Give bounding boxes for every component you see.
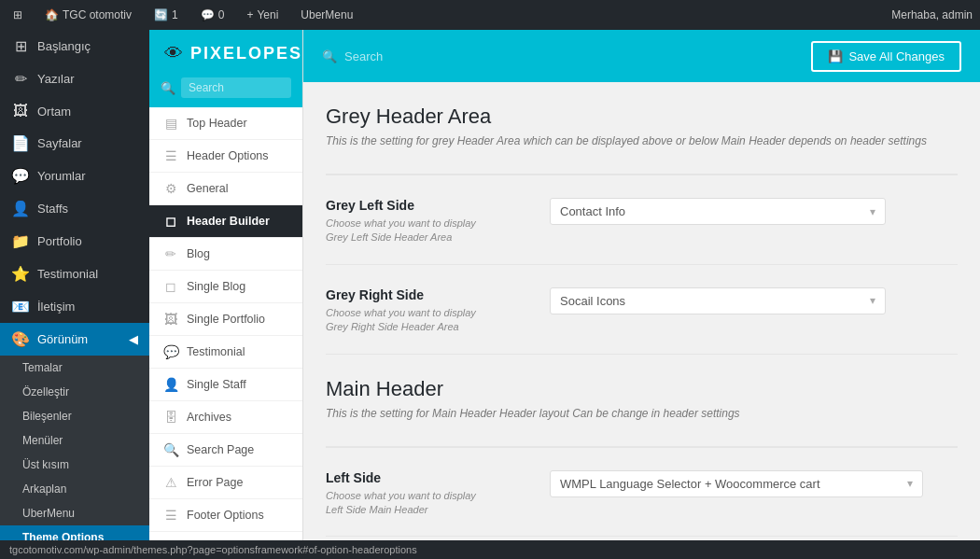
sidebar-item-testimonial[interactable]: ⭐ Testimonial bbox=[0, 258, 149, 290]
sidebar-item-baslangiç[interactable]: ⊞ Başlangıç bbox=[0, 30, 149, 63]
updates-icon: 🔄 bbox=[154, 8, 168, 21]
theme-logo-icon: 👁 bbox=[164, 43, 183, 64]
save-icon: 💾 bbox=[828, 49, 843, 63]
sidebar-item-ubermenu[interactable]: UberMenu bbox=[0, 501, 149, 525]
theme-menu-label: Top Header bbox=[187, 117, 247, 130]
grey-left-side-hint2: Grey Left Side Header Area bbox=[326, 231, 531, 245]
left-side-row: Left Side Choose what you want to displa… bbox=[326, 470, 958, 538]
grey-left-side-select-value: Contact Info bbox=[560, 204, 625, 218]
grey-left-side-chevron-icon: ▾ bbox=[870, 205, 875, 218]
header-search-label: Search bbox=[344, 49, 383, 63]
sidebar-label: Testimonial bbox=[37, 267, 98, 281]
left-side-hint1: Choose what you want to display bbox=[326, 489, 531, 503]
theme-menu-blog[interactable]: ✏ Blog bbox=[149, 238, 302, 271]
updates-button[interactable]: 🔄 1 bbox=[148, 0, 184, 30]
main-header-section-desc: This is the setting for Main Header Head… bbox=[326, 407, 958, 420]
theme-menu-footer-options[interactable]: ☰ Footer Options bbox=[149, 499, 302, 532]
sidebar-label: Yorumlar bbox=[37, 169, 86, 183]
theme-search-input[interactable] bbox=[181, 77, 291, 98]
theme-menu-header-builder[interactable]: ◻ Header Builder bbox=[149, 205, 302, 238]
grey-right-side-hint1: Choose what you want to display bbox=[326, 306, 531, 320]
grey-left-side-control: Contact Info ▾ bbox=[550, 198, 958, 225]
sidebar-item-portfolio[interactable]: 📁 Portfolio bbox=[0, 225, 149, 258]
sidebar-item-iletisim[interactable]: 📧 İletişim bbox=[0, 290, 149, 323]
ubermenu-button[interactable]: UberMenu bbox=[295, 0, 358, 30]
left-side-label-area: Left Side Choose what you want to displa… bbox=[326, 470, 550, 518]
sidebar-item-ortam[interactable]: 🖼 Ortam bbox=[0, 95, 149, 127]
left-side-hint2: Left Side Main Header bbox=[326, 503, 531, 517]
header-search-icon: 🔍 bbox=[322, 49, 337, 63]
left-side-select[interactable]: WMPL Language Selector + Woocommerce car… bbox=[550, 470, 923, 497]
theme-menu-general[interactable]: ⚙ General bbox=[149, 173, 302, 205]
updates-count: 1 bbox=[172, 8, 178, 21]
blog-icon: ✏ bbox=[162, 246, 179, 261]
theme-menu-header-options[interactable]: ☰ Header Options bbox=[149, 140, 302, 173]
ubermenu-label: UberMenu bbox=[301, 8, 353, 21]
sidebar-item-yorumlar[interactable]: 💬 Yorumlar bbox=[0, 160, 149, 192]
grey-right-side-select[interactable]: Socail Icons ▾ bbox=[550, 287, 886, 314]
theme-menu-testimonial[interactable]: 💬 Testimonial bbox=[149, 336, 302, 369]
theme-menu-label: Single Staff bbox=[187, 378, 246, 391]
sidebar-item-menuler[interactable]: Menüler bbox=[0, 428, 149, 453]
portfolio-icon: 📁 bbox=[11, 232, 30, 250]
theme-menu-label: Footer Options bbox=[187, 509, 264, 522]
sidebar-item-ust-kisim[interactable]: Üst kısım bbox=[0, 453, 149, 477]
site-name-button[interactable]: 🏠 TGC otomotiv bbox=[39, 0, 137, 30]
site-name-label: TGC otomotiv bbox=[63, 8, 132, 21]
sidebar-item-yazilar[interactable]: ✏ Yazılar bbox=[0, 63, 149, 95]
theme-menu-error-page[interactable]: ⚠ Error Page bbox=[149, 467, 302, 499]
sidebar-item-temalar[interactable]: Temalar bbox=[0, 356, 149, 380]
wp-sidebar: ⊞ Başlangıç ✏ Yazılar 🖼 Ortam 📄 Sayfalar… bbox=[0, 30, 149, 559]
grey-right-side-select-value: Socail Icons bbox=[560, 294, 625, 308]
admin-greeting: Merhaba, admin bbox=[891, 8, 973, 21]
comments-button[interactable]: 💬 0 bbox=[195, 0, 231, 30]
theme-menu-single-blog[interactable]: ◻ Single Blog bbox=[149, 271, 302, 303]
sidebar-label: Başlangıç bbox=[37, 39, 91, 53]
sidebar-item-sayfalar[interactable]: 📄 Sayfalar bbox=[0, 127, 149, 160]
sidebar-label: Staffs bbox=[37, 202, 68, 216]
section-divider-2 bbox=[326, 446, 958, 448]
theme-header-bar: 🔍 Search 💾 Save All Changes bbox=[303, 30, 980, 82]
gorunum-icon: 🎨 bbox=[11, 330, 30, 348]
new-button[interactable]: + Yeni bbox=[241, 0, 284, 30]
theme-menu-single-staff[interactable]: 👤 Single Staff bbox=[149, 369, 302, 401]
theme-menu-top-header[interactable]: ▤ Top Header bbox=[149, 107, 302, 140]
left-side-chevron-icon: ▾ bbox=[907, 477, 913, 490]
grey-right-side-label-area: Grey Right Side Choose what you want to … bbox=[326, 287, 550, 335]
sidebar-item-gorunum[interactable]: 🎨 Görünüm ◀ bbox=[0, 323, 149, 356]
grey-left-side-select[interactable]: Contact Info ▾ bbox=[550, 198, 886, 225]
theme-menu-label: Blog bbox=[187, 247, 210, 260]
ortam-icon: 🖼 bbox=[11, 103, 30, 119]
theme-menu-single-portfolio[interactable]: 🖼 Single Portfolio bbox=[149, 303, 302, 336]
single-blog-icon: ◻ bbox=[162, 279, 179, 294]
left-side-label: Left Side bbox=[326, 470, 531, 485]
theme-sidebar-search-area: 🔍 bbox=[149, 77, 302, 107]
baslangiç-icon: ⊞ bbox=[11, 37, 30, 55]
archives-icon: 🗄 bbox=[162, 410, 179, 425]
single-portfolio-icon: 🖼 bbox=[162, 312, 179, 327]
theme-menu-label: Archives bbox=[187, 411, 231, 424]
gorunum-arrow-icon: ◀ bbox=[129, 332, 138, 346]
sidebar-item-ozellestir[interactable]: Özelleştir bbox=[0, 380, 149, 404]
sidebar-label: İletişim bbox=[37, 300, 75, 314]
left-side-select-value: WMPL Language Selector + Woocommerce car… bbox=[560, 477, 820, 491]
testimonial-icon: ⭐ bbox=[11, 265, 30, 283]
grey-right-side-control: Socail Icons ▾ bbox=[550, 287, 958, 314]
sayfalar-icon: 📄 bbox=[11, 134, 30, 152]
sidebar-item-arkaplan[interactable]: Arkaplan bbox=[0, 477, 149, 501]
footer-options-icon: ☰ bbox=[162, 508, 179, 523]
wp-logo-icon: ⊞ bbox=[13, 8, 22, 21]
grey-left-side-label: Grey Left Side bbox=[326, 198, 531, 213]
theme-menu-search-page[interactable]: 🔍 Search Page bbox=[149, 434, 302, 467]
grey-header-section-desc: This is the setting for grey Header Area… bbox=[326, 134, 958, 147]
wp-logo-button[interactable]: ⊞ bbox=[7, 0, 28, 30]
save-all-button[interactable]: 💾 Save All Changes bbox=[811, 41, 961, 72]
theme-menu-label: Header Builder bbox=[187, 215, 270, 228]
sidebar-item-staffs[interactable]: 👤 Staffs bbox=[0, 192, 149, 225]
theme-menu-archives[interactable]: 🗄 Archives bbox=[149, 401, 302, 434]
sidebar-item-bilesenler[interactable]: Bileşenler bbox=[0, 404, 149, 428]
comments-icon: 💬 bbox=[201, 8, 215, 21]
grey-right-side-hint2: Grey Right Side Header Area bbox=[326, 320, 531, 334]
theme-search-icon: 🔍 bbox=[161, 81, 175, 95]
grey-left-side-row: Grey Left Side Choose what you want to d… bbox=[326, 198, 958, 265]
